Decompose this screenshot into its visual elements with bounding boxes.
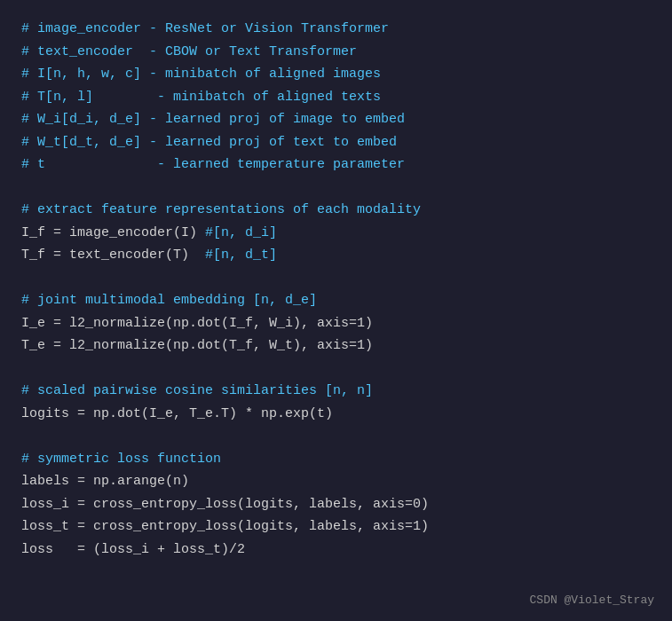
inline-comment: #[n, d_t] <box>205 248 277 263</box>
code-comment-line: # text_encoder - CBOW or Text Transforme… <box>21 41 651 64</box>
code-text: T_f = text_encoder(T) <box>21 248 205 263</box>
code-comment-line: # symmetric loss function <box>21 448 651 471</box>
code-line: loss_i = cross_entropy_loss(logits, labe… <box>21 493 651 516</box>
code-container: # image_encoder - ResNet or Vision Trans… <box>0 0 672 621</box>
code-block: # image_encoder - ResNet or Vision Trans… <box>21 18 651 561</box>
code-line: logits = np.dot(I_e, T_e.T) * np.exp(t) <box>21 403 651 426</box>
code-line: T_f = text_encoder(T) #[n, d_t] <box>21 244 651 267</box>
code-empty-line <box>21 267 651 290</box>
code-comment-line: # T[n, l] - minibatch of aligned texts <box>21 86 651 109</box>
code-comment-line: # W_i[d_i, d_e] - learned proj of image … <box>21 108 651 131</box>
code-comment-line: # image_encoder - ResNet or Vision Trans… <box>21 18 651 41</box>
code-line: loss = (loss_i + loss_t)/2 <box>21 538 651 562</box>
code-line: labels = np.arange(n) <box>21 470 651 493</box>
code-comment-line: # W_t[d_t, d_e] - learned proj of text t… <box>21 131 651 154</box>
code-text: I_f = image_encoder(I) <box>21 225 205 240</box>
code-empty-line <box>21 425 651 448</box>
code-line: I_f = image_encoder(I) #[n, d_i] <box>21 222 651 245</box>
inline-comment: #[n, d_i] <box>205 225 277 240</box>
watermark: CSDN @Violet_Stray <box>530 593 654 607</box>
code-line: loss_t = cross_entropy_loss(logits, labe… <box>21 515 651 538</box>
code-comment-line: # extract feature representations of eac… <box>21 199 651 222</box>
code-comment-line: # t - learned temperature parameter <box>21 153 651 177</box>
code-comment-line: # scaled pairwise cosine similarities [n… <box>21 380 651 403</box>
code-comment-line: # I[n, h, w, c] - minibatch of aligned i… <box>21 63 651 86</box>
code-empty-line <box>21 177 651 200</box>
code-comment-line: # joint multimodal embedding [n, d_e] <box>21 289 651 312</box>
code-line: T_e = l2_normalize(np.dot(T_f, W_t), axi… <box>21 334 651 358</box>
code-empty-line <box>21 358 651 381</box>
code-line: I_e = l2_normalize(np.dot(I_f, W_i), axi… <box>21 312 651 335</box>
